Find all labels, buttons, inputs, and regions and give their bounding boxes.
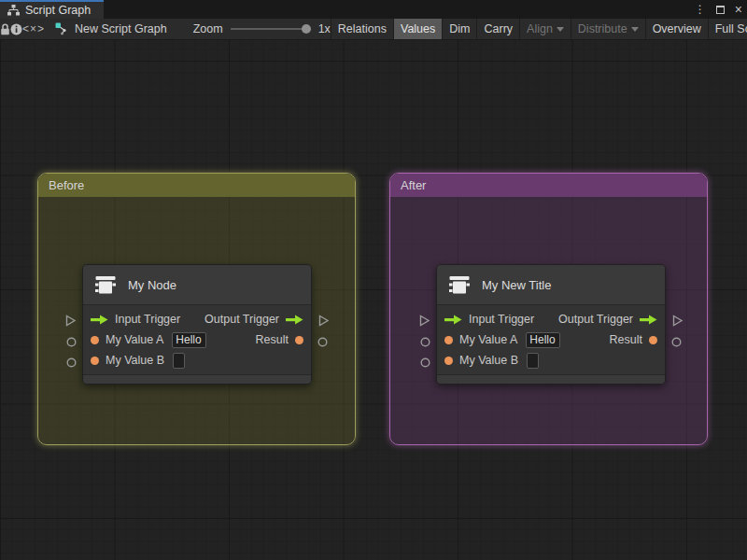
tab-bar: Script Graph ⋮ × <box>0 0 747 19</box>
value-b-socket[interactable] <box>420 357 430 368</box>
node-footer <box>83 374 311 384</box>
input-trigger-port[interactable]: Input Trigger <box>444 313 534 326</box>
result-socket[interactable] <box>317 337 328 347</box>
zoom-label: Zoom <box>193 22 223 35</box>
info-icon <box>10 23 22 35</box>
input-trigger-port[interactable]: Input Trigger <box>91 313 180 326</box>
node-my-new-title: My New Title Input Trigger Output Trigge… <box>436 264 666 385</box>
graph-toolbar: <×> New Script Graph Zoom 1x Relations V… <box>0 19 747 40</box>
input-trigger-socket[interactable] <box>64 315 77 327</box>
value-a-socket[interactable] <box>420 337 430 347</box>
value-a-port[interactable]: My Value A <box>444 332 560 348</box>
chevron-down-icon <box>631 27 639 32</box>
code-brackets-icon: <×> <box>22 22 45 35</box>
value-b-port[interactable]: My Value B <box>444 353 539 369</box>
values-button[interactable]: Values <box>393 19 442 39</box>
tab-label: Script Graph <box>25 4 91 17</box>
full-screen-button[interactable]: Full Screen <box>708 19 747 39</box>
graph-name: New Script Graph <box>75 22 167 35</box>
custom-node-icon <box>446 272 472 298</box>
node-title: My Node <box>128 278 176 292</box>
carry-button[interactable]: Carry <box>476 19 519 39</box>
zoom-value: 1x <box>318 22 331 35</box>
zoom-slider-knob[interactable] <box>302 24 311 34</box>
node-title: My New Title <box>482 278 551 292</box>
value-b-input[interactable] <box>527 353 539 369</box>
node-footer <box>437 374 665 384</box>
trigger-arrow-icon <box>444 315 462 325</box>
distribute-dropdown[interactable]: Distribute <box>571 19 645 39</box>
value-port-icon <box>444 336 453 344</box>
menu-icon[interactable]: ⋮ <box>695 4 706 15</box>
lock-button[interactable] <box>0 19 10 39</box>
relations-button[interactable]: Relations <box>331 19 393 39</box>
value-port-icon <box>91 336 99 344</box>
zoom-slider[interactable] <box>231 22 311 35</box>
node-my-node: My Node Input Trigger Output Trigger <box>82 264 312 385</box>
window-controls: ⋮ × <box>695 0 742 19</box>
zoom-slider-track <box>231 28 311 30</box>
node-ports: Input Trigger Output Trigger My Value A <box>83 305 311 374</box>
custom-node-icon <box>92 272 119 298</box>
script-graph-asset-icon <box>55 22 68 35</box>
node-header[interactable]: My Node <box>83 265 311 305</box>
lock-icon <box>0 23 10 35</box>
value-a-input[interactable] <box>526 332 560 348</box>
value-port-icon <box>295 336 303 344</box>
value-b-socket[interactable] <box>66 357 77 368</box>
value-a-socket[interactable] <box>66 337 77 347</box>
node-header[interactable]: My New Title <box>437 265 665 305</box>
output-trigger-port[interactable]: Output Trigger <box>204 313 303 326</box>
trigger-arrow-icon <box>640 315 657 325</box>
info-button[interactable] <box>10 19 22 39</box>
output-trigger-socket[interactable] <box>671 315 684 327</box>
node-ports: Input Trigger Output Trigger My Value A <box>437 305 665 374</box>
value-port-icon <box>91 357 99 365</box>
output-trigger-port[interactable]: Output Trigger <box>558 313 657 326</box>
hierarchy-graph-icon <box>7 5 20 16</box>
zoom-control: Zoom 1x <box>193 19 331 39</box>
overview-button[interactable]: Overview <box>645 19 708 39</box>
value-b-input[interactable] <box>173 353 185 369</box>
group-after-header[interactable]: After <box>390 174 707 197</box>
result-port[interactable]: Result <box>256 333 303 346</box>
value-port-icon <box>444 357 453 365</box>
script-graph-window: Script Graph ⋮ × <×> <box>0 0 747 560</box>
maximize-icon[interactable] <box>716 6 725 14</box>
output-trigger-socket[interactable] <box>317 315 330 327</box>
value-port-icon <box>649 336 657 344</box>
code-view-button[interactable]: <×> <box>22 19 45 39</box>
trigger-arrow-icon <box>91 315 108 325</box>
group-before-header[interactable]: Before <box>38 174 355 197</box>
trigger-arrow-icon <box>286 315 303 325</box>
value-a-port[interactable]: My Value A <box>91 332 206 348</box>
tab-script-graph[interactable]: Script Graph <box>0 0 104 19</box>
result-port[interactable]: Result <box>610 333 657 346</box>
close-icon[interactable]: × <box>735 3 742 16</box>
align-dropdown[interactable]: Align <box>519 19 571 39</box>
value-b-port[interactable]: My Value B <box>91 353 185 369</box>
dim-button[interactable]: Dim <box>442 19 476 39</box>
graph-canvas[interactable]: Before After My Node <box>0 40 747 560</box>
chevron-down-icon <box>557 27 564 32</box>
graph-asset-label: New Script Graph <box>45 19 178 39</box>
input-trigger-socket[interactable] <box>418 315 430 327</box>
result-socket[interactable] <box>671 337 682 347</box>
value-a-input[interactable] <box>172 332 206 348</box>
